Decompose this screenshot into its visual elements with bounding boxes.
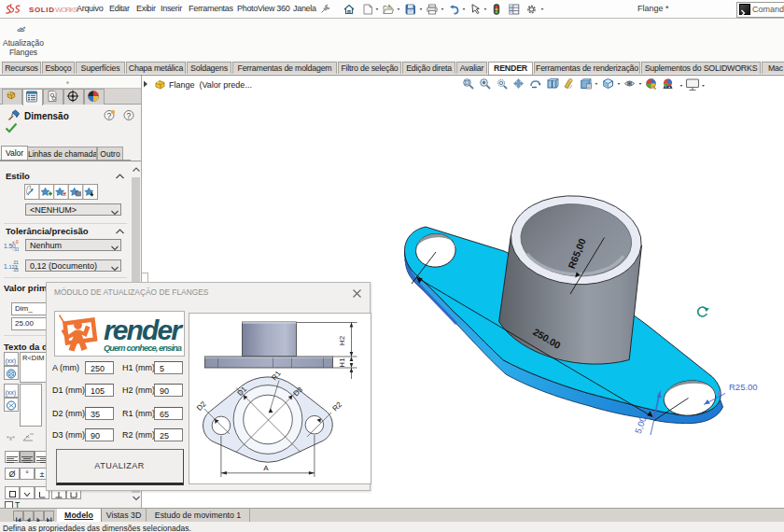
svg-text:Quem conhece, ensina: Quem conhece, ensina [104, 343, 182, 353]
svg-text:R25.00: R25.00 [729, 382, 758, 392]
svg-text:.05: .05 [13, 268, 20, 273]
svg-text:A: A [263, 464, 269, 472]
svg-text:*x*: *x* [7, 435, 15, 441]
svg-text:?: ? [107, 111, 112, 120]
svg-text:render: render [104, 315, 184, 345]
svg-text:H1: H1 [338, 357, 346, 368]
svg-text:.01: .01 [13, 260, 20, 265]
svg-text:WORKS: WORKS [55, 6, 78, 14]
svg-text:5,00: 5,00 [633, 415, 649, 435]
svg-text:-.01: -.01 [12, 247, 19, 252]
svg-text:H2: H2 [338, 335, 346, 345]
svg-text:(xx): (xx) [6, 357, 17, 365]
svg-text:SOLID: SOLID [29, 6, 54, 14]
svg-text:R2: R2 [330, 400, 343, 413]
svg-text:(xx): (xx) [6, 389, 17, 397]
svg-text:?: ? [127, 111, 132, 120]
svg-text:+.01: +.01 [12, 240, 19, 245]
